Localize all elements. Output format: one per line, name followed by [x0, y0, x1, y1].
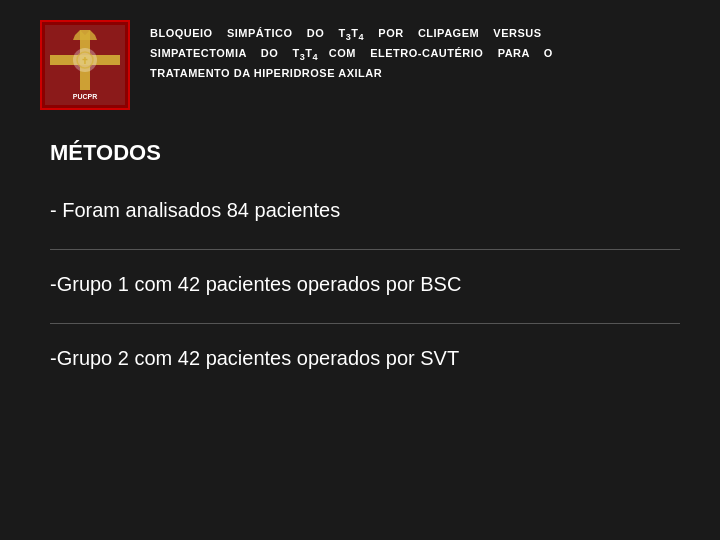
title-line-1: BLOQUEIO SIMPÁTICO DO T3T4 POR CLIPAGEM … [150, 25, 680, 45]
list-item-3: -Grupo 2 com 42 pacientes operados por S… [50, 344, 680, 372]
svg-text:PUCPR: PUCPR [73, 93, 98, 100]
slide-container: PUCPR ✝ BLOQUEIO SIMPÁTICO DO T3T4 POR C… [0, 0, 720, 540]
divider-1 [50, 249, 680, 250]
pucpr-logo: PUCPR ✝ [40, 20, 130, 110]
header-title-block: BLOQUEIO SIMPÁTICO DO T3T4 POR CLIPAGEM … [150, 20, 680, 82]
title-line-3: TRATAMENTO DA HIPERIDROSE AXILAR [150, 65, 680, 83]
title-line-2: SIMPATECTOMIA DO T3T4 POR CLIPAGEM VERSU… [150, 45, 680, 65]
divider-2 [50, 323, 680, 324]
content-list: - Foram analisados 84 pacientes -Grupo 1… [40, 196, 680, 372]
list-item-2: -Grupo 1 com 42 pacientes operados por B… [50, 270, 680, 298]
list-item-1: - Foram analisados 84 pacientes [50, 196, 680, 224]
svg-text:✝: ✝ [81, 56, 89, 66]
section-title: MÉTODOS [40, 140, 680, 166]
header-section: PUCPR ✝ BLOQUEIO SIMPÁTICO DO T3T4 POR C… [40, 20, 680, 110]
